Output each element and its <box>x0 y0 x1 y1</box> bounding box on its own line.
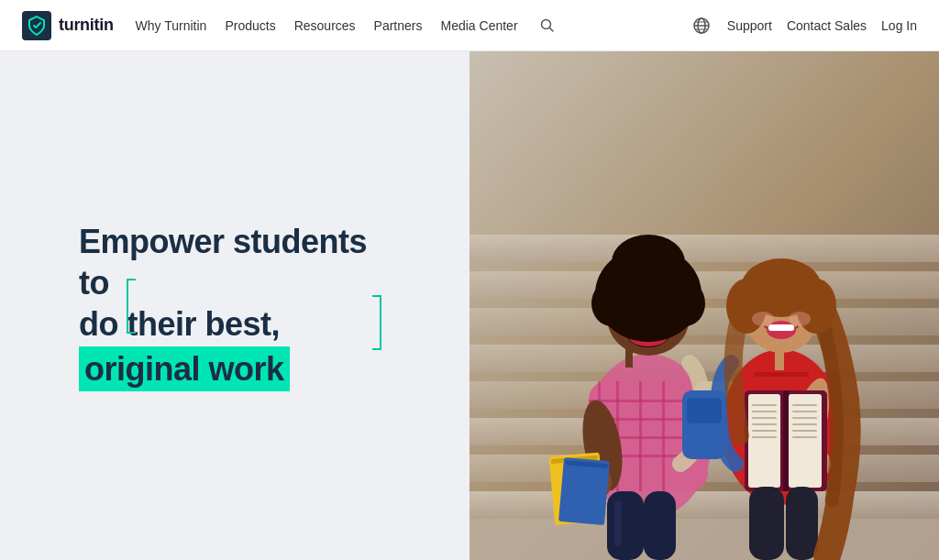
svg-point-52 <box>657 258 694 299</box>
svg-rect-64 <box>752 404 777 406</box>
hero-left-panel: Empower students to do their best, origi… <box>0 51 470 560</box>
nav-item-resources[interactable]: Resources <box>294 17 356 34</box>
svg-rect-12 <box>470 345 939 372</box>
svg-rect-55 <box>754 372 809 377</box>
svg-rect-9 <box>470 235 939 262</box>
svg-rect-68 <box>752 430 777 432</box>
nav-link-resources[interactable]: Resources <box>294 18 356 33</box>
nav-item-why-turnitin[interactable]: Why Turnitin <box>136 17 207 34</box>
svg-rect-62 <box>748 394 780 488</box>
search-icon[interactable] <box>540 18 555 33</box>
svg-rect-73 <box>792 423 817 425</box>
hero-text-block: Empower students to do their best, origi… <box>79 221 391 391</box>
svg-rect-57 <box>687 398 722 423</box>
nav-link-media-center[interactable]: Media Center <box>441 18 518 33</box>
navbar: turnitin Why Turnitin Products Resources… <box>0 0 939 51</box>
svg-rect-71 <box>792 411 817 412</box>
hero-headline-line1: Empower students to <box>79 221 391 303</box>
svg-rect-36 <box>607 491 644 560</box>
navbar-left: turnitin Why Turnitin Products Resources… <box>22 11 555 40</box>
svg-rect-65 <box>752 411 777 412</box>
nav-link-contact-sales[interactable]: Contact Sales <box>787 18 867 33</box>
nav-item-media-center[interactable]: Media Center <box>441 17 518 34</box>
svg-rect-16 <box>470 491 939 519</box>
svg-rect-66 <box>752 417 777 419</box>
logo-link[interactable]: turnitin <box>22 11 114 40</box>
nav-link-partners[interactable]: Partners <box>374 18 423 33</box>
svg-line-2 <box>549 27 553 31</box>
hero-headline-highlight: original work <box>79 346 290 391</box>
bracket-left-decoration <box>127 279 136 334</box>
hero-headline: Empower students to do their best, origi… <box>79 221 391 391</box>
nav-link-log-in[interactable]: Log In <box>881 18 917 33</box>
svg-rect-84 <box>768 324 794 331</box>
navbar-right: Support Contact Sales Log In <box>692 16 917 35</box>
hero-section: Empower students to do their best, origi… <box>0 51 939 560</box>
students-illustration <box>470 51 939 560</box>
nav-link-products[interactable]: Products <box>225 18 275 33</box>
nav-item-partners[interactable]: Partners <box>374 17 423 34</box>
svg-rect-70 <box>792 404 817 406</box>
turnitin-logo-icon <box>22 11 51 40</box>
svg-rect-77 <box>786 487 818 560</box>
svg-rect-75 <box>792 436 817 438</box>
hero-image <box>470 51 939 560</box>
svg-rect-17 <box>470 519 939 560</box>
bracket-right-decoration <box>372 295 381 350</box>
nav-link-why-turnitin[interactable]: Why Turnitin <box>136 18 207 33</box>
logo-text: turnitin <box>59 16 114 35</box>
svg-rect-74 <box>792 430 817 432</box>
svg-point-51 <box>602 258 639 299</box>
nav-links-left: Why Turnitin Products Resources Partners… <box>136 17 518 34</box>
svg-rect-61 <box>783 390 789 491</box>
svg-rect-72 <box>792 417 817 419</box>
svg-rect-37 <box>644 491 676 560</box>
nav-item-log-in[interactable]: Log In <box>881 17 917 34</box>
svg-rect-67 <box>752 423 777 425</box>
nav-item-products[interactable]: Products <box>225 17 275 34</box>
svg-rect-11 <box>470 308 939 335</box>
svg-point-88 <box>752 312 774 326</box>
nav-link-support[interactable]: Support <box>727 18 772 33</box>
hero-right-panel <box>470 51 939 560</box>
hero-headline-line2: do their best, <box>79 303 391 345</box>
globe-icon[interactable] <box>692 16 711 35</box>
nav-item-contact-sales[interactable]: Contact Sales <box>787 17 867 34</box>
svg-rect-10 <box>470 271 939 299</box>
nav-item-support[interactable]: Support <box>727 17 772 34</box>
svg-rect-69 <box>752 436 777 438</box>
svg-rect-76 <box>749 487 784 560</box>
nav-links-right: Support Contact Sales Log In <box>727 17 917 34</box>
svg-rect-63 <box>789 394 822 488</box>
svg-rect-38 <box>614 500 622 546</box>
svg-point-89 <box>789 312 811 326</box>
